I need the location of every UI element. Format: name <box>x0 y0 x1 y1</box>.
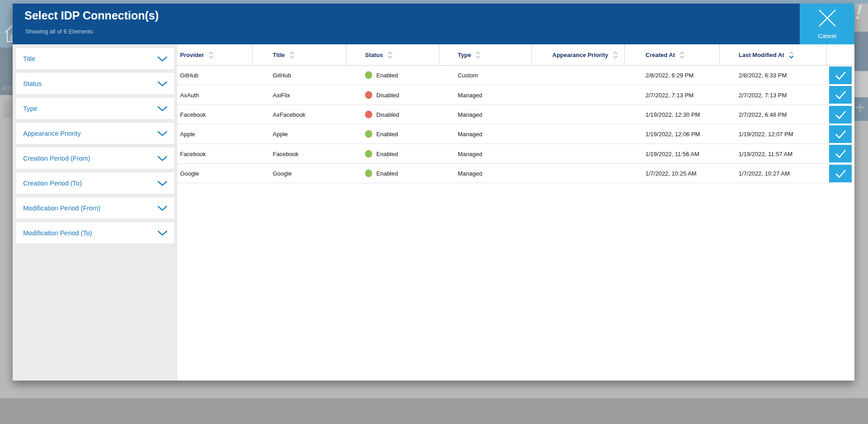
status-dot <box>365 91 372 99</box>
cell-last-modified-at: 2/7/2022, 7:13 PM <box>739 91 787 98</box>
status-dot <box>365 170 372 177</box>
status-dot <box>365 150 372 157</box>
idp-connections-table: Provider Title Status Type Appearance Pr… <box>177 44 854 381</box>
cell-status: Enabled <box>365 170 398 177</box>
select-idp-connections-dialog: Select IDP Connection(s) Showing all of … <box>13 4 854 381</box>
sort-icon <box>679 51 684 59</box>
row-select-checkbox[interactable] <box>829 106 852 124</box>
chevron-down-icon <box>157 105 168 111</box>
sort-icon <box>209 51 213 59</box>
filter-modification-period-from[interactable]: Modification Period (From) <box>16 197 174 219</box>
filter-appearance-priority[interactable]: Appearance Priority <box>16 123 174 144</box>
filter-label: Appearance Priority <box>23 130 81 137</box>
column-header-title[interactable]: Title <box>273 44 294 66</box>
error-exclamation-icon: ! <box>854 1 863 24</box>
row-select-checkbox[interactable] <box>829 145 852 162</box>
table-row: Facebook Facebook Enabled Managed 1/19/2… <box>177 144 829 164</box>
cell-type: Custom <box>458 72 478 79</box>
row-select-checkbox[interactable] <box>829 67 852 84</box>
status-dot <box>365 111 372 119</box>
cell-created-at: 2/8/2022, 6:29 PM <box>645 72 693 79</box>
cell-title: Facebook <box>273 150 299 157</box>
status-label: Enabled <box>376 150 398 157</box>
cell-status: Disabled <box>365 91 399 99</box>
row-select-checkbox[interactable] <box>829 125 852 143</box>
cancel-button[interactable]: Cancel <box>800 4 854 44</box>
cell-created-at: 2/7/2022, 7:13 PM <box>645 91 693 98</box>
cell-status: Enabled <box>365 150 398 157</box>
chevron-down-icon <box>157 155 168 161</box>
cell-title: GitHub <box>273 72 291 79</box>
column-header-status[interactable]: Status <box>365 44 393 66</box>
check-icon <box>835 169 847 178</box>
filters-sidebar: Title Status Type Appearance Priority Cr… <box>13 44 177 381</box>
filter-type[interactable]: Type <box>16 98 174 119</box>
filter-label: Status <box>23 80 42 87</box>
column-header-provider[interactable]: Provider <box>180 44 213 66</box>
column-label: Type <box>458 52 471 58</box>
column-label: Title <box>273 52 285 58</box>
filter-creation-period-from[interactable]: Creation Period (From) <box>16 148 174 169</box>
cell-type: Managed <box>458 131 482 138</box>
row-select-checkbox[interactable] <box>829 165 852 182</box>
cell-status: Enabled <box>365 130 398 138</box>
chevron-down-icon <box>157 205 168 211</box>
filter-label: Modification Period (To) <box>23 229 92 237</box>
chevron-down-icon <box>157 230 168 236</box>
column-divider <box>826 44 827 65</box>
column-divider <box>439 44 439 65</box>
column-divider <box>531 44 532 65</box>
cell-provider: Facebook <box>180 150 206 157</box>
filter-label: Type <box>23 105 37 112</box>
column-label: Last Modified At <box>739 52 784 58</box>
column-divider <box>719 44 720 65</box>
column-label: Created At <box>645 52 675 58</box>
background-panel-fragment-light <box>854 71 868 97</box>
background-top-bar <box>0 0 868 4</box>
chevron-down-icon <box>157 130 168 136</box>
cell-title: Google <box>273 170 292 177</box>
column-header-created-at[interactable]: Created At <box>645 44 684 66</box>
sort-icon <box>388 51 393 59</box>
chevron-down-icon <box>157 180 168 186</box>
cell-type: Managed <box>458 170 482 177</box>
dialog-header: Select IDP Connection(s) Showing all of … <box>13 4 854 44</box>
status-dot <box>365 130 372 138</box>
cell-last-modified-at: 2/7/2022, 6:48 PM <box>739 111 787 118</box>
column-header-last-modified-at[interactable]: Last Modified At <box>739 44 794 66</box>
cell-created-at: 1/19/2022, 12:06 PM <box>645 131 700 138</box>
status-label: Enabled <box>376 72 398 79</box>
chevron-down-icon <box>157 81 168 86</box>
filter-modification-period-to[interactable]: Modification Period (To) <box>16 222 174 243</box>
cell-provider: Google <box>180 170 199 177</box>
cell-type: Managed <box>458 150 482 157</box>
filter-status[interactable]: Status <box>16 73 174 94</box>
cell-last-modified-at: 1/19/2022, 12:07 PM <box>739 131 793 138</box>
cell-created-at: 1/7/2022, 10:25 AM <box>645 170 697 177</box>
filter-label: Modification Period (From) <box>23 205 100 212</box>
sort-desc-icon <box>789 51 794 59</box>
cell-title: AxFacebook <box>273 111 305 118</box>
status-label: Enabled <box>376 131 398 138</box>
cell-provider: Facebook <box>180 111 206 118</box>
cell-provider: AxAuth <box>180 91 199 98</box>
sort-icon <box>475 51 480 59</box>
column-header-type[interactable]: Type <box>458 44 480 66</box>
status-label: Enabled <box>376 170 398 177</box>
background-panel-fragment <box>854 32 868 71</box>
filter-label: Title <box>23 55 35 62</box>
filter-label: Creation Period (To) <box>23 180 82 187</box>
table-row: Facebook AxFacebook Disabled Managed 1/1… <box>177 105 829 124</box>
column-divider <box>346 44 346 65</box>
cell-provider: GitHub <box>180 72 198 79</box>
check-icon <box>835 129 847 139</box>
cell-type: Managed <box>458 91 482 98</box>
cell-last-modified-at: 2/8/2022, 6:33 PM <box>739 72 787 79</box>
filter-creation-period-to[interactable]: Creation Period (To) <box>16 172 174 194</box>
check-icon <box>835 110 847 119</box>
row-select-checkbox[interactable] <box>829 86 852 104</box>
column-header-appearance-priority[interactable]: Appearance Priority <box>552 44 618 66</box>
cell-title: AxiFlix <box>273 91 290 98</box>
close-icon <box>817 8 837 28</box>
filter-title[interactable]: Title <box>16 48 174 69</box>
